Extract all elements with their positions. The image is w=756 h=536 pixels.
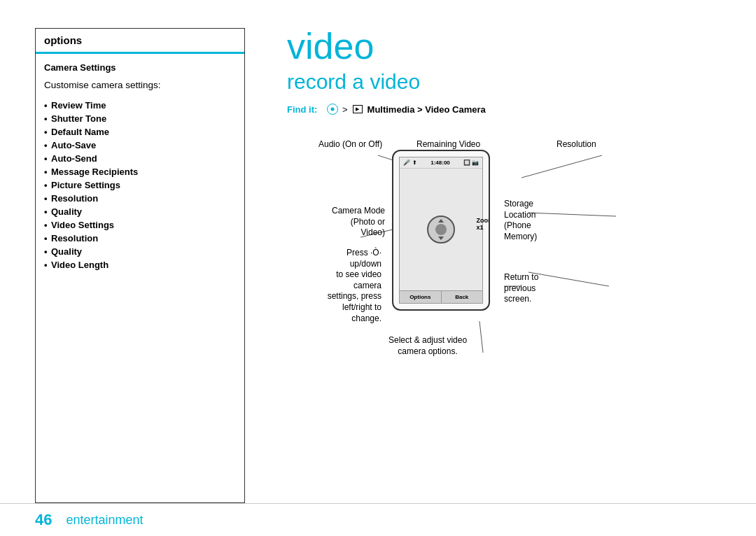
phone-status-bar: 🎤 ⬆ 1:48:00 🔲 📷 [400, 157, 482, 169]
menu-item: Video Length [44, 258, 236, 271]
phone-time: 1:48:00 [420, 160, 461, 166]
annotation-select: Select & adjust videocamera options. [388, 335, 467, 357]
left-panel: options Camera Settings Customise camera… [35, 28, 245, 503]
menu-item: Quality [44, 245, 236, 258]
annotation-audio: Audio (On or Off) [318, 139, 382, 150]
menu-item: Message Recipients [44, 165, 236, 178]
nav-circle [427, 216, 455, 244]
nav-up-icon [438, 219, 444, 223]
multimedia-icon [353, 105, 363, 113]
diagram-area: Audio (On or Off) Remaining VideoMinutes… [287, 136, 721, 402]
menu-item: Resolution [44, 192, 236, 205]
page-footer: 46 entertainment [0, 503, 756, 536]
find-it-label: Find it: [287, 104, 317, 115]
menu-list: Review TimeShutter ToneDefault NameAuto-… [44, 99, 236, 271]
annotation-return: Return topreviousscreen. [504, 272, 538, 305]
camera-settings-title: Camera Settings [44, 62, 236, 73]
nav-container: Zoomx1 [427, 216, 455, 244]
menu-item: Quality [44, 205, 236, 218]
page-number: 46 [35, 511, 52, 529]
phone-bottom-bar: Options Back [400, 290, 482, 303]
annotation-resolution: Resolution [556, 139, 596, 150]
menu-item: Default Name [44, 125, 236, 139]
phone-icon-2: ⬆ [412, 160, 417, 166]
phone-icon-1: 🎤 [403, 160, 410, 166]
svg-line-4 [528, 213, 616, 216]
options-header: options [36, 29, 244, 54]
phone-options-btn[interactable]: Options [400, 291, 442, 303]
phone-mockup: 🎤 ⬆ 1:48:00 🔲 📷 [392, 150, 490, 311]
section-title: record a video [287, 70, 721, 94]
annotation-press-nav: Press ·Ò·up/downto see videocamerasettin… [287, 248, 382, 324]
svg-line-2 [522, 155, 602, 178]
phone-back-btn[interactable]: Back [442, 291, 483, 303]
menu-item: Shutter Tone [44, 112, 236, 125]
annotation-camera-mode: Camera Mode(Photo orVideo) [287, 206, 385, 239]
customise-text: Customise camera settings: [44, 80, 236, 90]
nav-down-icon [438, 237, 444, 240]
menu-item: Resolution [44, 232, 236, 245]
nav-icon [327, 104, 338, 115]
phone-screen: 🎤 ⬆ 1:48:00 🔲 📷 [399, 157, 483, 304]
options-body: Camera Settings Customise camera setting… [36, 54, 244, 283]
find-it-row: Find it: > Multimedia > Video Camera [287, 104, 721, 115]
menu-item: Auto-Send [44, 152, 236, 165]
menu-item: Auto-Save [44, 139, 236, 152]
svg-line-6 [479, 321, 483, 353]
footer-section: entertainment [66, 513, 143, 528]
right-panel: video record a video Find it: > Multimed… [287, 28, 721, 503]
svg-line-5 [528, 272, 609, 286]
phone-main-area: Zoomx1 [400, 169, 482, 290]
find-it-path: Multimedia > Video Camera [368, 104, 486, 115]
menu-item: Video Settings [44, 218, 236, 232]
menu-item: Review Time [44, 99, 236, 112]
zoom-label: Zoomx1 [477, 217, 491, 231]
annotation-storage: StorageLocation(PhoneMemory) [504, 199, 537, 242]
menu-item: Picture Settings [44, 178, 236, 192]
phone-right-icons: 🔲 📷 [463, 160, 479, 166]
page-title: video [287, 28, 721, 64]
nav-center [435, 224, 447, 235]
arrow-icon: > [342, 104, 348, 115]
